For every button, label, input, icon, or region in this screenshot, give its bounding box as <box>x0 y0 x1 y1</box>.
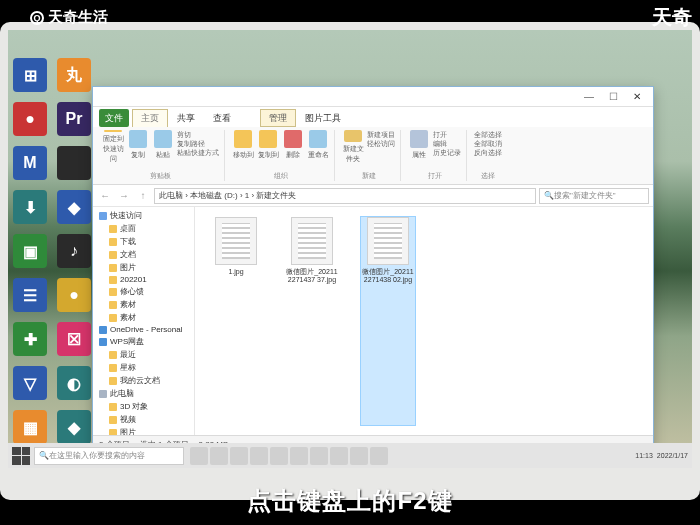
desktop-icon[interactable]: ◆ <box>57 190 91 224</box>
tree-item[interactable]: 视频 <box>93 413 194 426</box>
system-tray[interactable]: 11:13 2022/1/17 <box>635 452 688 459</box>
tree-item[interactable]: 图片 <box>93 426 194 435</box>
nav-tree[interactable]: 快速访问 桌面 下载 文档 图片 202201 修心馈 素材 素材 OneDri… <box>93 207 195 435</box>
file-content-pane[interactable]: 1.jpg 微信图片_202112271437 37.jpg 微信图片_2021… <box>195 207 653 435</box>
desktop-icon[interactable]: ● <box>57 278 91 312</box>
paste-button[interactable]: 粘贴 <box>152 130 174 164</box>
desktop-icon[interactable]: Pr <box>57 102 91 136</box>
cut-button[interactable]: 剪切 <box>177 130 219 139</box>
tab-home[interactable]: 主页 <box>132 109 168 127</box>
copyto-button[interactable]: 复制到 <box>257 130 279 164</box>
close-button[interactable]: ✕ <box>625 89 649 105</box>
desktop-icon[interactable]: ☒ <box>57 322 91 356</box>
newfolder-button[interactable]: 新建文件夹 <box>342 130 364 164</box>
copy-button[interactable]: 复制 <box>127 130 149 164</box>
maximize-button[interactable]: ☐ <box>601 89 625 105</box>
tree-onedrive[interactable]: OneDrive - Personal <box>93 324 194 335</box>
ribbon-group-select: 全部选择全部取消反向选择 选择 <box>469 130 507 181</box>
desktop-icon[interactable]: ▣ <box>13 234 47 268</box>
monitor-frame: ⊞ 丸 ● Pr M ⬇ ◆ ▣ ♪ ☰ ● ✚ ☒ ▽ ◐ ▦ ◆ e ◑ —… <box>0 22 700 500</box>
tree-item[interactable]: 星标 <box>93 361 194 374</box>
ribbon-group-organize: 移动到 复制到 删除 重命名 组织 <box>227 130 335 181</box>
tree-item[interactable]: 素材 <box>93 311 194 324</box>
tab-view[interactable]: 查看 <box>204 109 240 127</box>
tree-item[interactable]: 202201 <box>93 274 194 285</box>
tree-item[interactable]: 我的云文档 <box>93 374 194 387</box>
taskbar-app-icon[interactable] <box>370 447 388 465</box>
taskbar: 🔍 在这里输入你要搜索的内容 11:13 2022/1/17 <box>8 443 692 468</box>
watermark-text: 天奇生活 <box>48 8 108 27</box>
title-bar[interactable]: — ☐ ✕ <box>93 87 653 107</box>
tree-item[interactable]: 图片 <box>93 261 194 274</box>
tab-share[interactable]: 共享 <box>168 109 204 127</box>
tree-wps[interactable]: WPS网盘 <box>93 335 194 348</box>
taskbar-app-icon[interactable] <box>210 447 228 465</box>
rename-button[interactable]: 重命名 <box>307 130 329 164</box>
taskbar-apps <box>190 447 388 465</box>
file-item[interactable]: 微信图片_202112271437 37.jpg <box>285 217 339 425</box>
desktop-icon[interactable]: ▽ <box>13 366 47 400</box>
properties-button[interactable]: 属性 <box>408 130 430 164</box>
desktop-icon[interactable] <box>57 146 91 180</box>
taskbar-search[interactable]: 🔍 在这里输入你要搜索的内容 <box>34 447 184 465</box>
desktop-icon[interactable]: ◆ <box>57 410 91 444</box>
file-item-selected[interactable]: 微信图片_202112271438 02.jpg <box>361 217 415 425</box>
tree-item[interactable]: 修心馈 <box>93 285 194 298</box>
desktop-icon[interactable]: ☰ <box>13 278 47 312</box>
selectall-button[interactable]: 全部选择 <box>474 130 502 139</box>
desktop-icon[interactable]: ● <box>13 102 47 136</box>
tree-item[interactable]: 最近 <box>93 348 194 361</box>
tree-item[interactable]: 素材 <box>93 298 194 311</box>
tree-thispc[interactable]: 此电脑 <box>93 387 194 400</box>
open-button[interactable]: 打开 <box>433 130 461 139</box>
taskbar-app-icon[interactable] <box>250 447 268 465</box>
desktop-icon[interactable]: ▦ <box>13 410 47 444</box>
pin-button[interactable]: 固定到快速访问 <box>102 130 124 164</box>
taskbar-app-icon[interactable] <box>310 447 328 465</box>
tree-item[interactable]: 桌面 <box>93 222 194 235</box>
taskbar-app-icon[interactable] <box>290 447 308 465</box>
tray-time: 11:13 <box>635 452 653 459</box>
watermark-left: Q 天奇生活 <box>30 8 108 27</box>
address-bar: ← → ↑ 此电脑 › 本地磁盘 (D:) › 1 › 新建文件夹 🔍 搜索"新… <box>93 185 653 207</box>
search-field[interactable]: 🔍 搜索"新建文件夹" <box>539 188 649 204</box>
tree-item[interactable]: 下载 <box>93 235 194 248</box>
file-item[interactable]: 1.jpg <box>209 217 263 425</box>
address-field[interactable]: 此电脑 › 本地磁盘 (D:) › 1 › 新建文件夹 <box>154 188 536 204</box>
taskbar-app-icon[interactable] <box>190 447 208 465</box>
edit-button[interactable]: 编辑 <box>433 139 461 148</box>
history-button[interactable]: 历史记录 <box>433 148 461 157</box>
desktop-icon[interactable]: M <box>13 146 47 180</box>
taskbar-app-icon[interactable] <box>350 447 368 465</box>
nav-forward-icon[interactable]: → <box>116 188 132 204</box>
desktop-icon[interactable]: ⬇ <box>13 190 47 224</box>
delete-button[interactable]: 删除 <box>282 130 304 164</box>
tree-item[interactable]: 3D 对象 <box>93 400 194 413</box>
nav-up-icon[interactable]: ↑ <box>135 188 151 204</box>
group-label: 新建 <box>342 171 395 181</box>
taskbar-app-icon[interactable] <box>270 447 288 465</box>
easyaccess-button[interactable]: 轻松访问 <box>367 139 395 148</box>
desktop-icon[interactable]: ◐ <box>57 366 91 400</box>
desktop-icon[interactable]: 丸 <box>57 58 91 92</box>
copypath-button[interactable]: 复制路径 <box>177 139 219 148</box>
newitem-button[interactable]: 新建项目 <box>367 130 395 139</box>
tree-item[interactable]: 文档 <box>93 248 194 261</box>
taskbar-app-icon[interactable] <box>330 447 348 465</box>
moveto-button[interactable]: 移动到 <box>232 130 254 164</box>
desktop-icon[interactable]: ✚ <box>13 322 47 356</box>
nav-back-icon[interactable]: ← <box>97 188 113 204</box>
minimize-button[interactable]: — <box>577 89 601 105</box>
desktop-icon[interactable]: ⊞ <box>13 58 47 92</box>
start-button[interactable] <box>12 447 30 465</box>
tab-group-manage: 管理 <box>260 109 296 127</box>
tree-quick-access[interactable]: 快速访问 <box>93 209 194 222</box>
invertsel-button[interactable]: 反向选择 <box>474 148 502 157</box>
tab-file[interactable]: 文件 <box>99 109 129 127</box>
taskbar-app-icon[interactable] <box>230 447 248 465</box>
selectnone-button[interactable]: 全部取消 <box>474 139 502 148</box>
tab-picture-tools[interactable]: 图片工具 <box>296 109 350 127</box>
pastelink-button[interactable]: 粘贴快捷方式 <box>177 148 219 157</box>
desktop-icons: ⊞ 丸 ● Pr M ⬇ ◆ ▣ ♪ ☰ ● ✚ ☒ ▽ ◐ ▦ ◆ e ◑ <box>13 58 95 468</box>
desktop-icon[interactable]: ♪ <box>57 234 91 268</box>
